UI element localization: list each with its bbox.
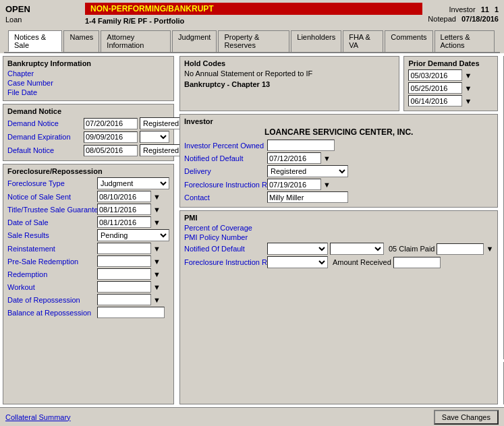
fc-instruction-date[interactable] <box>267 179 321 190</box>
notepad-row: Notepad 07/18/2016 <box>428 15 499 23</box>
pmi-notified-label: Notified Of Default <box>184 245 265 253</box>
panel-left: Bankruptcy Information Chapter Case Numb… <box>0 53 177 407</box>
pmi-fc-select[interactable] <box>267 256 328 268</box>
prior-date-1[interactable] <box>408 69 462 81</box>
title-trustee-arrow[interactable]: ▼ <box>153 206 161 214</box>
investor-val1: 11 <box>481 5 489 13</box>
demand-notice-row: Demand Notice Registered <box>7 117 169 129</box>
balance-repossession-input[interactable] <box>97 307 165 318</box>
file-date-label: File Date <box>7 88 37 96</box>
demand-expiration-date[interactable] <box>84 131 138 143</box>
tab-attorney[interactable]: Attorney Information <box>101 30 171 52</box>
demand-expiration-select[interactable] <box>140 131 169 143</box>
workout-arrow[interactable]: ▼ <box>153 283 161 291</box>
prior-date-1-arrow[interactable]: ▼ <box>464 71 472 80</box>
pmi-notified-select2[interactable] <box>330 243 384 255</box>
default-notice-row: Default Notice Registered <box>7 144 169 156</box>
reinstatement-arrow[interactable]: ▼ <box>153 245 161 253</box>
foreclosure-title: Foreclosure/Repossession <box>7 167 169 175</box>
bankruptcy-section: Bankruptcy Information Chapter Case Numb… <box>3 56 174 101</box>
demand-notice-date[interactable] <box>84 118 138 129</box>
fc-instruction-row: Foreclosure Instruction Received ▼ <box>184 179 493 190</box>
collateral-summary-link[interactable]: Collateral Summary <box>5 413 71 421</box>
fc-instruction-label: Foreclosure Instruction Received <box>184 181 265 189</box>
hold-codes-section: Hold Codes No Annual Statement or Report… <box>179 56 399 111</box>
tab-comments[interactable]: Comments <box>385 30 432 52</box>
pmi-policy-row: PMI Policy Number <box>184 233 493 241</box>
hold-codes-title: Hold Codes <box>184 59 395 67</box>
pre-sale-input[interactable] <box>97 255 151 267</box>
contact-label: Contact <box>184 193 265 202</box>
sale-results-row: Sale Results Pending <box>7 229 169 241</box>
investor-name: LOANCARE SERVICING CENTER, INC. <box>184 127 493 137</box>
foreclosure-type-select[interactable]: Judgment <box>97 177 169 189</box>
prior-date-3-arrow[interactable]: ▼ <box>464 97 472 105</box>
investor-mid-section: Investor LOANCARE SERVICING CENTER, INC.… <box>179 114 498 208</box>
claim-paid-arrow[interactable]: ▼ <box>486 245 493 253</box>
fc-instruction-arrow[interactable]: ▼ <box>323 181 331 189</box>
amount-received-input[interactable] <box>393 257 441 268</box>
notice-sale-sent-label: Notice of Sale Sent <box>7 193 95 201</box>
date-of-sale-input[interactable] <box>97 216 151 228</box>
title-trustee-input[interactable] <box>97 204 151 215</box>
chapter-row: Chapter <box>7 69 169 78</box>
workout-row: Workout ▼ <box>7 281 169 293</box>
tab-judgment[interactable]: Judgment <box>172 30 217 52</box>
reinstatement-input[interactable] <box>97 243 151 254</box>
pre-sale-arrow[interactable]: ▼ <box>153 257 161 266</box>
prior-date-2-row: ▼ <box>408 82 493 94</box>
investor-percent-input[interactable] <box>267 140 335 151</box>
tab-list: Notices & Sale Names Attorney Informatio… <box>4 28 500 53</box>
prior-date-2[interactable] <box>408 82 462 94</box>
delivery-select[interactable]: Registered <box>267 165 348 177</box>
claim-paid-label: 05 Claim Paid <box>389 245 435 253</box>
status-open: OPEN <box>5 4 73 14</box>
notice-sale-sent-input[interactable] <box>97 191 151 202</box>
pmi-percent-label: Percent of Coverage <box>184 224 265 232</box>
save-changes-button[interactable]: Save Changes <box>434 410 499 425</box>
notice-sale-sent-row: Notice of Sale Sent ▼ <box>7 191 169 202</box>
header: OPEN Loan NON-PERFORMING/BANKRUPT 1-4 Fa… <box>0 0 504 26</box>
demand-expiration-row: Demand Expiration <box>7 131 169 143</box>
notice-sale-sent-arrow[interactable]: ▼ <box>153 193 161 201</box>
redemption-arrow[interactable]: ▼ <box>153 270 161 278</box>
date-repossession-arrow[interactable]: ▼ <box>153 296 161 304</box>
prior-demand-title: Prior Demand Dates <box>408 59 493 67</box>
case-number-label: Case Number <box>7 79 53 87</box>
tab-lienholders[interactable]: Lienholders <box>291 30 341 52</box>
redemption-input[interactable] <box>97 268 151 280</box>
tab-letters-actions[interactable]: Letters & Actions <box>435 30 495 52</box>
notified-default-arrow[interactable]: ▼ <box>323 154 331 162</box>
foreclosure-section: Foreclosure/Repossession Foreclosure Typ… <box>3 164 174 404</box>
banner: NON-PERFORMING/BANKRUPT <box>85 3 422 15</box>
sale-results-select[interactable]: Pending <box>97 229 169 241</box>
investor-percent-label: Investor Percent Owned <box>184 142 265 150</box>
tab-fha-va[interactable]: FHA & VA <box>343 30 383 52</box>
pmi-fc-row: Foreclosure Instruction Received Amount … <box>184 256 493 268</box>
tab-names[interactable]: Names <box>63 30 99 52</box>
pmi-notified-select1[interactable] <box>267 243 328 255</box>
contact-input[interactable] <box>267 191 348 203</box>
panel-right: Common Loan Information Amortizing Princ… <box>501 53 504 407</box>
investor-mid-title: Investor <box>184 117 493 125</box>
date-repossession-input[interactable] <box>97 294 151 305</box>
prior-date-3[interactable] <box>408 95 462 106</box>
notepad-label: Notepad <box>428 15 456 23</box>
date-of-sale-arrow[interactable]: ▼ <box>153 218 161 226</box>
bankruptcy-title: Bankruptcy Information <box>7 59 169 67</box>
file-date-row: File Date <box>7 88 169 96</box>
notified-default-date[interactable] <box>267 152 321 164</box>
tab-property-reserves[interactable]: Property & Reserves <box>218 30 289 52</box>
prior-date-2-arrow[interactable]: ▼ <box>464 84 472 92</box>
chapter-label: Chapter <box>7 69 34 78</box>
pmi-section: PMI Percent of Coverage PMI Policy Numbe… <box>179 210 498 404</box>
default-notice-date[interactable] <box>84 145 138 156</box>
demand-notice-section: Demand Notice Demand Notice Registered D… <box>3 104 174 161</box>
balance-repossession-label: Balance at Repossession <box>7 309 95 317</box>
date-repossession-label: Date of Repossession <box>7 296 95 304</box>
pmi-policy-label: PMI Policy Number <box>184 233 265 241</box>
claim-paid-input[interactable] <box>437 243 484 255</box>
workout-input[interactable] <box>97 281 151 293</box>
loan-label: Loan <box>5 16 73 24</box>
tab-notices-sale[interactable]: Notices & Sale <box>8 30 62 52</box>
